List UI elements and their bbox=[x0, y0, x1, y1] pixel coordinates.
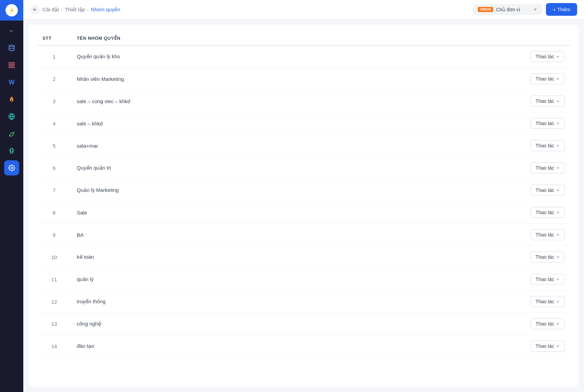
cell-name: sala+mar bbox=[71, 135, 522, 157]
action-button[interactable]: Thao tác ▼ bbox=[531, 185, 565, 196]
svg-point-6 bbox=[11, 167, 13, 169]
action-label: Thao tác bbox=[536, 143, 554, 148]
action-button[interactable]: Thao tác ▼ bbox=[531, 252, 565, 262]
action-label: Thao tác bbox=[536, 187, 554, 193]
table-row: 12truyền thôngThao tác ▼ bbox=[37, 291, 570, 313]
org-badge: OMANI bbox=[478, 7, 493, 12]
sidebar: ⚡ ← W bbox=[0, 0, 23, 392]
action-button[interactable]: Thao tác ▼ bbox=[531, 229, 565, 240]
action-chevron-icon: ▼ bbox=[556, 344, 560, 348]
action-chevron-icon: ▼ bbox=[556, 77, 560, 81]
action-chevron-icon: ▼ bbox=[556, 322, 560, 326]
action-label: Thao tác bbox=[536, 98, 554, 104]
cell-action: Thao tác ▼ bbox=[522, 45, 570, 68]
sidebar-item-database[interactable] bbox=[4, 40, 19, 56]
table-row: 1Quyền quản lý khoThao tác ▼ bbox=[37, 45, 570, 68]
add-button[interactable]: + Thêm bbox=[546, 3, 577, 16]
action-label: Thao tác bbox=[536, 76, 554, 82]
sidebar-item-tree[interactable] bbox=[4, 143, 19, 158]
cell-stt: 5 bbox=[37, 135, 71, 157]
back-button[interactable] bbox=[30, 5, 40, 14]
cell-action: Thao tác ▼ bbox=[522, 246, 570, 268]
sidebar-item-workspace[interactable] bbox=[4, 58, 19, 73]
action-button[interactable]: Thao tác ▼ bbox=[531, 51, 565, 62]
logo-icon: ⚡ bbox=[5, 4, 18, 16]
breadcrumb-item-1[interactable]: Cài đặt bbox=[42, 7, 59, 13]
cell-action: Thao tác ▼ bbox=[522, 224, 570, 246]
cell-action: Thao tác ▼ bbox=[522, 157, 570, 179]
cell-stt: 10 bbox=[37, 246, 71, 268]
flame-icon bbox=[8, 95, 16, 103]
action-button[interactable]: Thao tác ▼ bbox=[531, 96, 565, 107]
sidebar-item-settings[interactable] bbox=[4, 160, 19, 175]
cell-action: Thao tác ▼ bbox=[522, 268, 570, 291]
cell-action: Thao tác ▼ bbox=[522, 201, 570, 224]
cell-name: sale – khkd bbox=[71, 112, 522, 135]
sidebar-item-leaf[interactable] bbox=[4, 126, 19, 141]
action-button[interactable]: Thao tác ▼ bbox=[531, 73, 565, 84]
cell-action: Thao tác ▼ bbox=[522, 179, 570, 201]
cell-stt: 1 bbox=[37, 45, 71, 68]
action-label: Thao tác bbox=[536, 210, 554, 215]
svg-rect-4 bbox=[9, 66, 11, 68]
action-label: Thao tác bbox=[536, 343, 554, 349]
topbar-left: Cài đặt › Thiết lập › Nhóm quyền bbox=[30, 5, 120, 14]
breadcrumb: Cài đặt › Thiết lập › Nhóm quyền bbox=[42, 7, 120, 13]
action-chevron-icon: ▼ bbox=[556, 122, 560, 125]
action-button[interactable]: Thao tác ▼ bbox=[531, 318, 565, 329]
action-button[interactable]: Thao tác ▼ bbox=[531, 162, 565, 173]
svg-rect-2 bbox=[12, 63, 14, 65]
analytics-icon: W bbox=[8, 78, 16, 86]
sidebar-item-back[interactable]: ← bbox=[4, 23, 19, 38]
cell-name: Quyền quản trị bbox=[71, 157, 522, 179]
cell-stt: 2 bbox=[37, 68, 71, 90]
chevron-down-icon: ▼ bbox=[533, 7, 537, 12]
cell-stt: 14 bbox=[37, 335, 71, 357]
action-label: Thao tác bbox=[536, 54, 554, 59]
action-button[interactable]: Thao tác ▼ bbox=[531, 140, 565, 151]
sidebar-logo[interactable]: ⚡ bbox=[0, 0, 23, 21]
action-button[interactable]: Thao tác ▼ bbox=[531, 207, 565, 218]
action-button[interactable]: Thao tác ▼ bbox=[531, 296, 565, 307]
org-selector[interactable]: OMANI Chủ đơn vị ▼ bbox=[473, 4, 542, 15]
cell-action: Thao tác ▼ bbox=[522, 291, 570, 313]
action-button[interactable]: Thao tác ▼ bbox=[531, 341, 565, 352]
sidebar-item-analytics[interactable]: W bbox=[4, 75, 19, 90]
action-chevron-icon: ▼ bbox=[556, 166, 560, 170]
cell-name: kế toán bbox=[71, 246, 522, 268]
cell-name: quản lý bbox=[71, 268, 522, 291]
action-label: Thao tác bbox=[536, 277, 554, 282]
cell-action: Thao tác ▼ bbox=[522, 112, 570, 135]
cell-stt: 6 bbox=[37, 157, 71, 179]
col-header-stt: STT bbox=[37, 32, 71, 45]
svg-point-0 bbox=[9, 45, 14, 47]
sidebar-item-globe[interactable] bbox=[4, 109, 19, 124]
table-row: 10kế toánThao tác ▼ bbox=[37, 246, 570, 268]
table-row: 2Nhân viên MarketingThao tác ▼ bbox=[37, 68, 570, 90]
table-header-row: STT TÊN NHÓM QUYỀN bbox=[37, 32, 570, 45]
action-button[interactable]: Thao tác ▼ bbox=[531, 274, 565, 285]
breadcrumb-item-2[interactable]: Thiết lập bbox=[65, 7, 85, 13]
action-label: Thao tác bbox=[536, 254, 554, 260]
action-button[interactable]: Thao tác ▼ bbox=[531, 118, 565, 129]
settings-icon bbox=[8, 164, 16, 172]
action-chevron-icon: ▼ bbox=[556, 211, 560, 215]
permissions-table: STT TÊN NHÓM QUYỀN 1Quyền quản lý khoTha… bbox=[37, 32, 570, 357]
cell-stt: 11 bbox=[37, 268, 71, 291]
cell-action: Thao tác ▼ bbox=[522, 90, 570, 112]
topbar-right: OMANI Chủ đơn vị ▼ + Thêm bbox=[473, 3, 577, 16]
table-row: 4sale – khkdThao tác ▼ bbox=[37, 112, 570, 135]
action-chevron-icon: ▼ bbox=[556, 99, 560, 103]
cell-stt: 3 bbox=[37, 90, 71, 112]
table-row: 11quản lýThao tác ▼ bbox=[37, 268, 570, 291]
cell-name: công nghệ bbox=[71, 313, 522, 335]
cell-action: Thao tác ▼ bbox=[522, 68, 570, 90]
action-label: Thao tác bbox=[536, 321, 554, 327]
breadcrumb-item-3: Nhóm quyền bbox=[91, 7, 120, 13]
org-name: Chủ đơn vị bbox=[496, 7, 531, 12]
cell-stt: 13 bbox=[37, 313, 71, 335]
table-row: 14đào tạoThao tác ▼ bbox=[37, 335, 570, 357]
sidebar-item-flame[interactable] bbox=[4, 92, 19, 107]
svg-rect-3 bbox=[12, 66, 14, 68]
table-row: 9BAThao tác ▼ bbox=[37, 224, 570, 246]
